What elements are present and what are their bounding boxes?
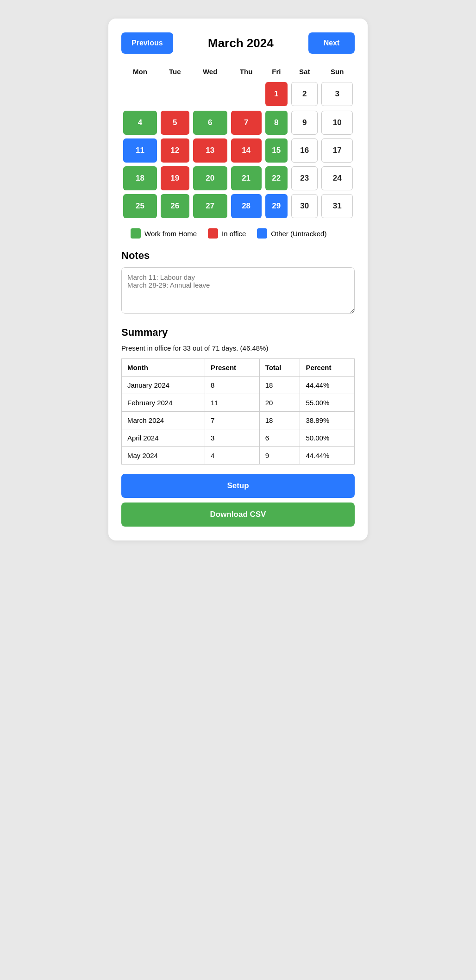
day-number[interactable]: 12 <box>161 138 189 163</box>
day-number[interactable]: 31 <box>321 194 353 218</box>
cal-cell[interactable]: 1 <box>263 79 290 109</box>
cal-cell[interactable]: 27 <box>191 192 229 220</box>
table-cell: 44.44% <box>300 447 355 465</box>
table-cell: 20 <box>259 394 300 412</box>
table-cell: March 2024 <box>122 412 205 429</box>
day-headers-row: MonTueWedThuFriSatSun <box>121 64 355 79</box>
day-header-tue: Tue <box>159 64 191 79</box>
setup-button[interactable]: Setup <box>121 474 355 498</box>
cal-cell[interactable]: 21 <box>229 164 263 192</box>
cal-cell[interactable]: 13 <box>191 137 229 164</box>
day-header-thu: Thu <box>229 64 263 79</box>
week-row-1: 45678910 <box>121 109 355 137</box>
cal-cell[interactable]: 26 <box>159 192 191 220</box>
legend-office-label: In office <box>222 230 246 238</box>
day-number[interactable]: 18 <box>123 166 157 190</box>
day-number[interactable]: 27 <box>193 194 227 218</box>
day-number[interactable]: 15 <box>265 138 288 163</box>
day-number[interactable]: 2 <box>291 82 318 106</box>
day-number[interactable]: 7 <box>231 111 262 135</box>
cal-cell[interactable]: 3 <box>319 79 355 109</box>
table-cell: April 2024 <box>122 429 205 447</box>
summary-table: MonthPresentTotalPercent January 2024818… <box>121 358 355 465</box>
summary-title: Summary <box>121 327 355 339</box>
cal-cell[interactable]: 12 <box>159 137 191 164</box>
day-number <box>123 81 157 105</box>
cal-cell[interactable]: 15 <box>263 137 290 164</box>
day-number[interactable]: 4 <box>123 111 157 135</box>
cal-cell[interactable]: 5 <box>159 109 191 137</box>
day-number[interactable]: 21 <box>231 166 262 190</box>
cal-cell[interactable]: 7 <box>229 109 263 137</box>
cal-cell <box>191 79 229 109</box>
cal-cell[interactable]: 2 <box>289 79 319 109</box>
cal-cell[interactable]: 24 <box>319 164 355 192</box>
cal-cell[interactable]: 22 <box>263 164 290 192</box>
day-number[interactable]: 6 <box>193 111 227 135</box>
day-number[interactable]: 25 <box>123 194 157 218</box>
day-number[interactable]: 30 <box>291 194 318 218</box>
week-row-4: 25262728293031 <box>121 192 355 220</box>
cal-cell[interactable]: 14 <box>229 137 263 164</box>
cal-cell[interactable]: 25 <box>121 192 159 220</box>
day-number <box>193 81 227 105</box>
day-number[interactable]: 13 <box>193 138 227 163</box>
day-header-sat: Sat <box>289 64 319 79</box>
cal-cell[interactable]: 6 <box>191 109 229 137</box>
day-header-mon: Mon <box>121 64 159 79</box>
table-cell: 6 <box>259 429 300 447</box>
day-number[interactable]: 8 <box>265 111 288 135</box>
day-number[interactable]: 28 <box>231 194 262 218</box>
day-number[interactable]: 11 <box>123 138 157 163</box>
day-number[interactable]: 20 <box>193 166 227 190</box>
cal-cell[interactable]: 28 <box>229 192 263 220</box>
cal-cell <box>121 79 159 109</box>
table-cell: 4 <box>205 447 260 465</box>
legend-office: In office <box>208 228 246 239</box>
cal-cell <box>159 79 191 109</box>
day-number[interactable]: 5 <box>161 111 189 135</box>
cal-cell[interactable]: 16 <box>289 137 319 164</box>
day-number[interactable]: 22 <box>265 166 288 190</box>
cal-cell[interactable]: 30 <box>289 192 319 220</box>
day-number[interactable]: 19 <box>161 166 189 190</box>
day-number[interactable]: 29 <box>265 194 288 218</box>
day-number[interactable]: 17 <box>321 138 353 163</box>
day-number[interactable]: 9 <box>291 111 318 135</box>
day-number[interactable]: 23 <box>291 166 318 190</box>
notes-textarea[interactable] <box>121 267 355 314</box>
cal-cell[interactable]: 31 <box>319 192 355 220</box>
table-cell: 55.00% <box>300 394 355 412</box>
day-number[interactable]: 24 <box>321 166 353 190</box>
cal-cell[interactable]: 29 <box>263 192 290 220</box>
cal-cell[interactable]: 4 <box>121 109 159 137</box>
summary-col-header: Total <box>259 359 300 377</box>
day-number[interactable]: 3 <box>321 82 353 106</box>
cal-cell[interactable]: 18 <box>121 164 159 192</box>
cal-cell[interactable]: 17 <box>319 137 355 164</box>
cal-cell[interactable]: 8 <box>263 109 290 137</box>
day-header-fri: Fri <box>263 64 290 79</box>
day-number[interactable]: 16 <box>291 138 318 163</box>
cal-cell[interactable]: 9 <box>289 109 319 137</box>
cal-cell[interactable]: 11 <box>121 137 159 164</box>
day-number[interactable]: 14 <box>231 138 262 163</box>
legend-wfh-label: Work from Home <box>144 230 197 238</box>
legend-other: Other (Untracked) <box>257 228 326 239</box>
cal-cell[interactable]: 10 <box>319 109 355 137</box>
table-row: May 20244944.44% <box>122 447 355 465</box>
previous-button[interactable]: Previous <box>121 32 173 54</box>
next-button[interactable]: Next <box>308 32 355 54</box>
day-number[interactable]: 26 <box>161 194 189 218</box>
month-title: March 2024 <box>208 36 274 50</box>
download-csv-button[interactable]: Download CSV <box>121 503 355 527</box>
table-cell: 11 <box>205 394 260 412</box>
day-number[interactable]: 10 <box>321 111 353 135</box>
cal-cell[interactable]: 19 <box>159 164 191 192</box>
cal-cell[interactable]: 20 <box>191 164 229 192</box>
cal-cell[interactable]: 23 <box>289 164 319 192</box>
week-row-2: 11121314151617 <box>121 137 355 164</box>
day-number <box>161 81 189 105</box>
day-number[interactable]: 1 <box>265 82 288 106</box>
day-number <box>231 81 262 105</box>
